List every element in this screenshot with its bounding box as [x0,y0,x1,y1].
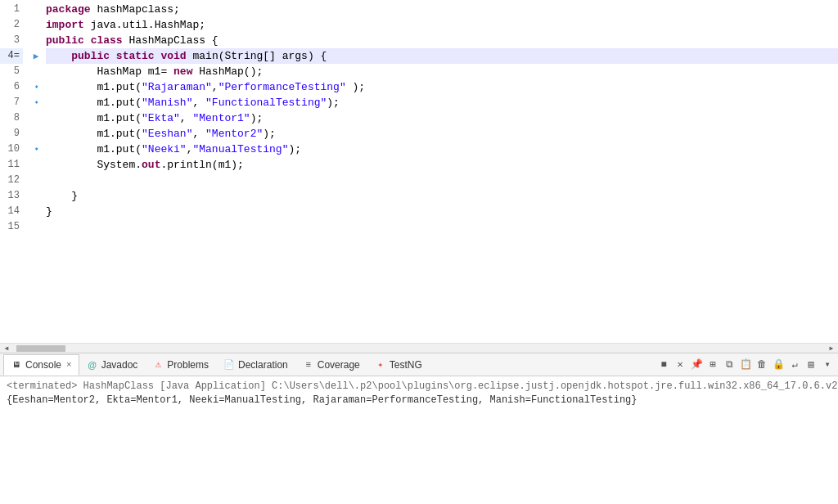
problems-icon: ⚠ [152,359,164,371]
editor-scrollbar[interactable]: ◀ ▶ [0,343,838,353]
gutter-14 [29,204,43,219]
gutter-10: 🔹 [29,142,43,157]
tab-console[interactable]: 🖥 Console × [3,354,79,376]
code-line-6: m1.put("Rajaraman","PerformanceTesting" … [46,79,838,95]
gutter-6: 🔹 [29,79,43,95]
toolbar-word-wrap[interactable]: ↵ [787,358,802,372]
line-num-1: 1 [0,2,23,17]
tab-console-label: Console [25,359,61,371]
line-num-9: 9 [0,126,23,142]
toolbar-paste[interactable]: 📋 [738,358,753,372]
toolbar-pin[interactable]: 📌 [689,358,704,372]
gutter-12 [29,173,43,188]
tab-javadoc[interactable]: @ Javadoc [79,354,146,376]
gutter-3 [29,33,43,48]
toolbar-stop[interactable]: ■ [656,358,671,372]
code-line-11: System.out.println(m1); [46,157,838,173]
declaration-icon: 📄 [223,359,235,371]
gutter-11 [29,157,43,173]
toolbar-chevron-down[interactable]: ▾ [820,358,835,372]
code-line-9: m1.put("Eeshan", "Mentor2"); [46,126,838,142]
code-editor[interactable]: package hashMapclass; import java.util.H… [43,2,838,341]
code-line-8: m1.put("Ekta", "Mentor1"); [46,110,838,126]
line-numbers: 1 2 3 4= 5 6 7 8 9 10 11 12 13 14 15 [0,2,29,341]
gutter-1 [29,2,43,17]
gutter-2 [29,17,43,33]
line-num-2: 2 [0,17,23,33]
bottom-panel: 🖥 Console × @ Javadoc ⚠ Problems 📄 Decla… [0,353,838,504]
tabs-toolbar: ■ ✕ 📌 ⊞ ⧉ 📋 🗑 🔒 ↵ ▤ ▾ [656,358,835,372]
gutter-8 [29,110,43,126]
code-line-14: } [46,204,838,219]
line-num-14: 14 [0,204,23,219]
scroll-right-arrow[interactable]: ▶ [825,344,838,353]
gutter-4: ▶ [29,48,43,64]
line-num-6: 6 [0,79,23,95]
tab-coverage-label: Coverage [318,359,360,371]
scrollbar-thumb[interactable] [16,345,65,352]
line-num-15: 15 [0,219,23,235]
line-num-3: 3 [0,33,23,48]
toolbar-copy[interactable]: ⧉ [722,358,737,372]
testng-icon: ✦ [375,359,386,371]
code-line-15 [46,219,838,235]
tab-console-close[interactable]: × [66,360,72,370]
coverage-icon: ≡ [303,359,314,371]
tab-testng-label: TestNG [390,359,422,371]
console-icon: 🖥 [11,359,22,371]
code-line-3: public class HashMapClass { [46,33,838,48]
line-num-13: 13 [0,188,23,204]
gutter-5 [29,64,43,79]
gutter-9 [29,126,43,142]
tab-problems-label: Problems [167,359,209,371]
javadoc-icon: @ [87,359,98,371]
line-num-7: 7 [0,95,23,110]
gutter-13 [29,188,43,204]
toolbar-scroll-lock[interactable]: 🔒 [771,358,786,372]
tab-declaration[interactable]: 📄 Declaration [216,354,295,376]
toolbar-close-console[interactable]: ✕ [673,358,687,372]
tabs-bar: 🖥 Console × @ Javadoc ⚠ Problems 📄 Decla… [0,353,838,376]
gutter-7: 🔹 [29,95,43,110]
line-num-10: 10 [0,142,23,157]
line-num-4: 4= [0,48,23,64]
line-num-8: 8 [0,110,23,126]
code-line-7: m1.put("Manish", "FunctionalTesting"); [46,95,838,110]
code-line-2: import java.util.HashMap; [46,17,838,33]
gutter-15 [29,219,43,235]
tab-problems[interactable]: ⚠ Problems [145,354,216,376]
tab-testng[interactable]: ✦ TestNG [367,354,430,376]
scrollbar-track[interactable] [13,345,825,352]
editor-area: 1 2 3 4= 5 6 7 8 9 10 11 12 13 14 15 ▶ 🔹… [0,0,838,353]
code-container: 1 2 3 4= 5 6 7 8 9 10 11 12 13 14 15 ▶ 🔹… [0,0,838,343]
line-num-5: 5 [0,64,23,79]
tab-declaration-label: Declaration [238,359,288,371]
line-num-11: 11 [0,157,23,173]
tab-javadoc-label: Javadoc [101,359,138,371]
code-line-5: HashMap m1= new HashMap(); [46,64,838,79]
code-line-12 [46,173,838,188]
toolbar-clear[interactable]: 🗑 [755,358,769,372]
console-output: <terminated> HashMapClass [Java Applicat… [0,376,838,504]
code-line-13: } [46,188,838,204]
code-line-10: m1.put("Neeki","ManualTesting"); [46,142,838,157]
toolbar-display[interactable]: ▤ [804,358,818,372]
gutter-marks: ▶ 🔹 🔹 🔹 [29,2,43,341]
toolbar-new[interactable]: ⊞ [705,358,720,372]
code-line-4: public static void main(String[] args) { [46,48,838,64]
scroll-left-arrow[interactable]: ◀ [0,344,13,353]
tab-coverage[interactable]: ≡ Coverage [295,354,367,376]
code-line-1: package hashMapclass; [46,2,838,17]
console-line-2: {Eeshan=Mentor2, Ekta=Mentor1, Neeki=Man… [7,394,831,407]
line-num-12: 12 [0,173,23,188]
console-line-1: <terminated> HashMapClass [Java Applicat… [7,380,831,394]
